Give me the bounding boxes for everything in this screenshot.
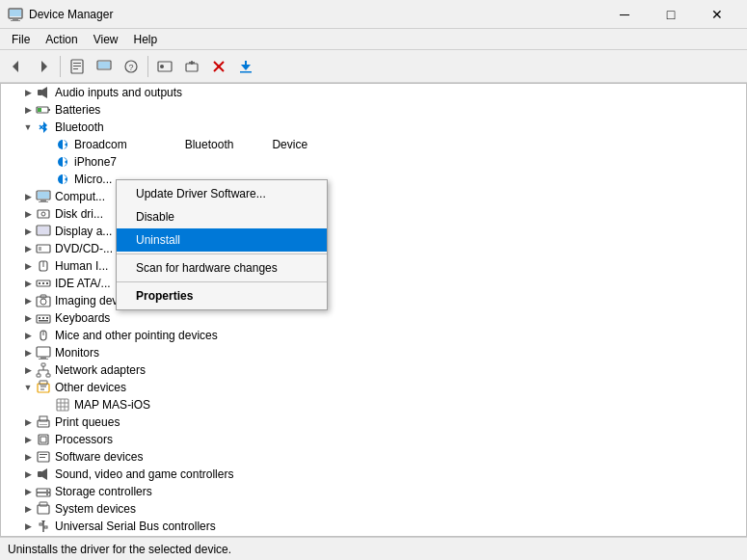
tree-item-micro[interactable]: Micro... [1, 171, 746, 188]
expand-bluetooth[interactable]: ▼ [20, 120, 36, 135]
expand-monitors[interactable]: ▶ [20, 345, 36, 360]
svg-rect-74 [57, 399, 68, 411]
ctx-scan-hardware[interactable]: Scan for hardware changes [117, 256, 327, 280]
ctx-update-driver[interactable]: Update Driver Software... [117, 182, 327, 205]
expand-batteries[interactable]: ▶ [20, 102, 36, 118]
expand-storage[interactable]: ▶ [20, 484, 36, 499]
expand-display[interactable]: ▶ [20, 224, 36, 239]
expand-keyboards[interactable]: ▶ [20, 310, 36, 326]
tree-label-micro: Micro... [74, 173, 112, 186]
back-button[interactable] [4, 54, 29, 79]
svg-rect-16 [186, 64, 198, 71]
tree-item-monitors[interactable]: ▶ Monitors [1, 344, 746, 361]
menu-file[interactable]: File [4, 31, 38, 48]
tree-item-print[interactable]: ▶ Print queues [1, 413, 746, 431]
expand-system-devices[interactable]: ▶ [20, 501, 36, 517]
expand-usb[interactable]: ▶ [20, 519, 36, 534]
toolbar-sep-2 [147, 56, 148, 77]
audio-icon [36, 85, 51, 100]
tree-label-iphone7: iPhone7 [74, 155, 117, 169]
help-button[interactable]: ? [119, 54, 144, 79]
update-driver-button[interactable] [92, 54, 117, 79]
maximize-button[interactable]: □ [649, 0, 693, 29]
device-tree[interactable]: ▶ Audio inputs and outputs ▶ Batteries ▼… [0, 83, 747, 537]
imaging-icon [36, 293, 51, 308]
expand-imaging[interactable]: ▶ [20, 293, 36, 308]
tree-item-usb[interactable]: ▶ Universal Serial Bus controllers [1, 518, 746, 535]
app-icon [8, 7, 23, 22]
menu-view[interactable]: View [86, 31, 126, 48]
expand-network[interactable]: ▶ [20, 362, 36, 378]
svg-rect-37 [39, 201, 48, 202]
tree-item-dvd[interactable]: ▶ DVD/CD-... [1, 240, 746, 257]
ctx-disable[interactable]: Disable [117, 205, 327, 228]
tree-item-sound[interactable]: ▶ Sound, video and game controllers [1, 466, 746, 483]
tree-item-ide[interactable]: ▶ IDE ATA/... [1, 275, 746, 292]
forward-button[interactable] [31, 54, 56, 79]
col-bluetooth: Bluetooth [185, 138, 234, 151]
monitors-icon [36, 345, 51, 360]
ctx-properties[interactable]: Properties [117, 284, 327, 307]
expand-other-devices[interactable]: ▼ [20, 380, 36, 395]
main-area: ▶ Audio inputs and outputs ▶ Batteries ▼… [0, 83, 747, 537]
svg-rect-65 [46, 374, 50, 377]
print-icon [36, 414, 51, 430]
tree-label-map-mas-ios: MAP MAS-iOS [74, 398, 150, 412]
ctx-uninstall[interactable]: Uninstall [117, 228, 327, 252]
properties-button[interactable] [65, 54, 90, 79]
tree-item-mice[interactable]: ▶ Mice and other pointing devices [1, 327, 746, 344]
computer-icon [36, 189, 51, 204]
expand-audio[interactable]: ▶ [20, 85, 36, 100]
tree-item-display[interactable]: ▶ Display a... [1, 223, 746, 240]
scan-button[interactable] [152, 54, 177, 79]
close-button[interactable]: ✕ [695, 0, 739, 29]
tree-item-system-devices[interactable]: ▶ System devices [1, 500, 746, 518]
tree-item-imaging[interactable]: ▶ Imaging devices [1, 292, 746, 309]
svg-rect-63 [41, 363, 45, 366]
add-hardware-button[interactable] [179, 54, 204, 79]
tree-item-broadcom[interactable]: Broadcom Bluetooth Device [1, 136, 746, 153]
expand-print[interactable]: ▶ [20, 414, 36, 430]
ide-icon [36, 276, 51, 291]
tree-item-keyboards[interactable]: ▶ Keyboards [1, 309, 746, 327]
svg-rect-23 [240, 71, 252, 73]
tree-item-map-mas-ios[interactable]: MAP MAS-iOS [1, 396, 746, 413]
expand-mice[interactable]: ▶ [20, 328, 36, 343]
download-button[interactable] [233, 54, 258, 79]
expand-computer[interactable]: ▶ [20, 189, 36, 204]
expand-software-devices[interactable]: ▶ [20, 449, 36, 465]
tree-item-software-devices[interactable]: ▶ Software devices [1, 448, 746, 466]
expand-sound[interactable]: ▶ [20, 467, 36, 482]
svg-rect-97 [40, 523, 42, 525]
tree-item-bluetooth[interactable]: ▼ Bluetooth [1, 119, 746, 136]
expand-disk[interactable]: ▶ [20, 206, 36, 222]
tree-item-disk[interactable]: ▶ Disk dri... [1, 205, 746, 223]
tree-item-network[interactable]: ▶ Network adapters [1, 361, 746, 379]
tree-item-processors[interactable]: ▶ Processors [1, 431, 746, 448]
tree-item-storage[interactable]: ▶ Storage controllers [1, 483, 746, 500]
tree-item-audio[interactable]: ▶ Audio inputs and outputs [1, 84, 746, 101]
tree-item-iphone7[interactable]: iPhone7 [1, 153, 746, 171]
tree-item-batteries[interactable]: ▶ Batteries [1, 101, 746, 119]
svg-marker-25 [42, 87, 47, 98]
svg-rect-43 [39, 247, 41, 251]
svg-rect-24 [38, 90, 42, 95]
uninstall-button[interactable] [206, 54, 231, 79]
svg-rect-48 [42, 282, 44, 284]
tree-label-disk: Disk dri... [55, 207, 103, 221]
tree-label-other-devices: Other devices [55, 381, 126, 394]
expand-ide[interactable]: ▶ [20, 276, 36, 291]
processors-icon [36, 432, 51, 447]
expand-dvd[interactable]: ▶ [20, 241, 36, 256]
tree-item-hid[interactable]: ▶ Human I... [1, 257, 746, 275]
window-title: Device Manager [29, 8, 113, 21]
tree-item-computer[interactable]: ▶ Comput... [1, 188, 746, 205]
svg-rect-49 [46, 282, 48, 284]
dvd-icon [36, 241, 51, 256]
menu-help[interactable]: Help [126, 31, 166, 48]
minimize-button[interactable]: ─ [602, 0, 647, 29]
expand-processors[interactable]: ▶ [20, 432, 36, 447]
expand-hid[interactable]: ▶ [20, 258, 36, 274]
menu-action[interactable]: Action [38, 31, 85, 48]
tree-item-other-devices[interactable]: ▼ Other devices [1, 379, 746, 396]
